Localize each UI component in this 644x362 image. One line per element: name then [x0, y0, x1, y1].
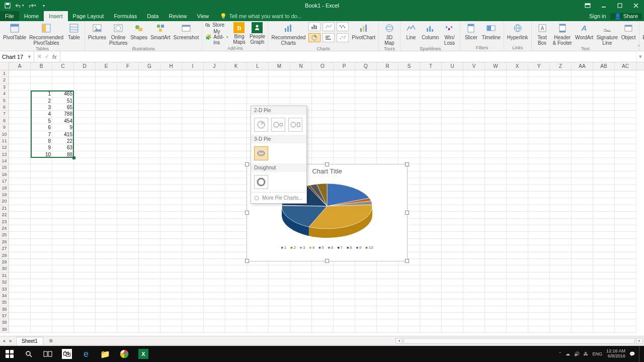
cell[interactable]: [442, 192, 463, 198]
cell[interactable]: [463, 164, 485, 171]
cell[interactable]: [593, 259, 615, 265]
cell[interactable]: [593, 219, 615, 225]
cell[interactable]: [96, 205, 117, 212]
cell[interactable]: [507, 171, 528, 178]
cell[interactable]: [160, 326, 182, 333]
show-desktop-button[interactable]: [639, 346, 642, 362]
row-header[interactable]: 2: [0, 77, 9, 83]
cell[interactable]: [96, 171, 117, 178]
cell[interactable]: [160, 185, 182, 192]
cell[interactable]: [96, 124, 117, 131]
cell[interactable]: [31, 164, 52, 171]
cell[interactable]: [442, 185, 463, 192]
cell[interactable]: [182, 144, 204, 151]
cell[interactable]: [528, 178, 550, 185]
cell[interactable]: [442, 259, 463, 265]
cell[interactable]: [334, 124, 355, 131]
cell[interactable]: [182, 259, 204, 265]
cell[interactable]: [9, 286, 31, 293]
cell[interactable]: [355, 98, 377, 104]
cell[interactable]: [442, 77, 463, 83]
cell[interactable]: [74, 219, 96, 225]
cell[interactable]: [312, 326, 334, 333]
cell[interactable]: [225, 205, 247, 212]
cell[interactable]: [615, 158, 636, 164]
cell[interactable]: [204, 259, 225, 265]
cell[interactable]: [377, 265, 398, 272]
row-header[interactable]: 22: [0, 212, 9, 218]
cell[interactable]: [593, 111, 615, 117]
cell[interactable]: [9, 77, 31, 83]
cell[interactable]: [572, 259, 593, 265]
cell[interactable]: [312, 138, 334, 144]
cell[interactable]: [9, 279, 31, 286]
cell[interactable]: [52, 265, 74, 272]
cell[interactable]: [528, 293, 550, 299]
cell[interactable]: [96, 313, 117, 319]
cell[interactable]: [117, 205, 139, 212]
cell[interactable]: [204, 98, 225, 104]
cell[interactable]: [160, 192, 182, 198]
quick-save-button[interactable]: [3, 1, 12, 10]
cell[interactable]: [572, 138, 593, 144]
cell[interactable]: [204, 118, 225, 124]
cell[interactable]: [572, 205, 593, 212]
cell[interactable]: [615, 299, 636, 306]
cell[interactable]: [398, 319, 420, 326]
cell[interactable]: [615, 185, 636, 192]
cell[interactable]: [290, 84, 312, 90]
cell[interactable]: [117, 98, 139, 104]
cell[interactable]: [312, 98, 334, 104]
cell[interactable]: [204, 286, 225, 293]
cell[interactable]: [139, 306, 160, 313]
cell[interactable]: [507, 124, 528, 131]
cell[interactable]: [31, 319, 52, 326]
cell[interactable]: [593, 293, 615, 299]
cell[interactable]: [31, 279, 52, 286]
cell[interactable]: [160, 118, 182, 124]
cell[interactable]: [247, 98, 269, 104]
cell[interactable]: [31, 70, 52, 77]
cell[interactable]: [117, 293, 139, 299]
cell[interactable]: [615, 90, 636, 97]
cell[interactable]: [290, 286, 312, 293]
row-header[interactable]: 31: [0, 273, 9, 279]
cell[interactable]: [334, 77, 355, 83]
insert-scatter-chart[interactable]: [337, 33, 349, 42]
cell[interactable]: [528, 70, 550, 77]
cell[interactable]: [334, 98, 355, 104]
cell[interactable]: [550, 144, 572, 151]
cell[interactable]: [463, 144, 485, 151]
row-header[interactable]: 1: [0, 70, 9, 77]
action-center-icon[interactable]: 💬: [629, 351, 635, 356]
cell[interactable]: [74, 239, 96, 245]
pie-of-pie-option[interactable]: [271, 118, 285, 132]
row-header[interactable]: 25: [0, 232, 9, 238]
cell[interactable]: [182, 178, 204, 185]
column-header[interactable]: F: [117, 62, 139, 70]
row-header[interactable]: 7: [0, 111, 9, 117]
cell[interactable]: 22: [52, 138, 74, 144]
cell[interactable]: [269, 273, 290, 279]
cell[interactable]: [204, 219, 225, 225]
cell[interactable]: [312, 293, 334, 299]
cell[interactable]: [572, 326, 593, 333]
cell[interactable]: [442, 104, 463, 111]
cell[interactable]: [572, 151, 593, 158]
cell[interactable]: [398, 111, 420, 117]
cell[interactable]: [528, 252, 550, 259]
cell[interactable]: [225, 144, 247, 151]
cell[interactable]: [160, 77, 182, 83]
cell[interactable]: [31, 192, 52, 198]
cell[interactable]: [528, 265, 550, 272]
cell[interactable]: [52, 259, 74, 265]
cell[interactable]: [139, 225, 160, 232]
cell[interactable]: [160, 319, 182, 326]
cell[interactable]: [377, 84, 398, 90]
row-header[interactable]: 38: [0, 319, 9, 326]
cell[interactable]: [312, 313, 334, 319]
cell[interactable]: [9, 219, 31, 225]
cell[interactable]: [269, 313, 290, 319]
row-header[interactable]: 23: [0, 219, 9, 225]
cell[interactable]: [615, 245, 636, 252]
